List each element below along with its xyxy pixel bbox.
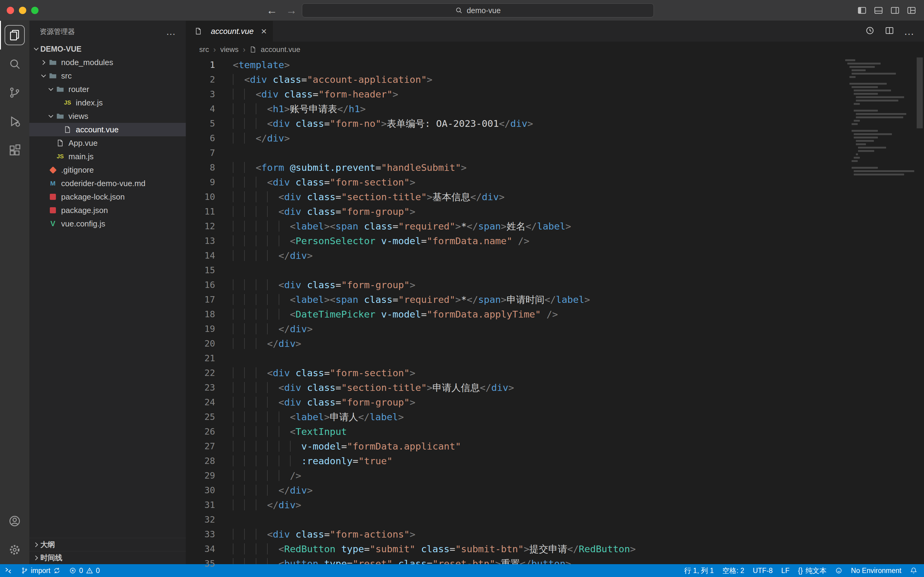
- indentation-status[interactable]: 空格: 2: [718, 564, 749, 577]
- notifications[interactable]: [906, 564, 922, 577]
- zoom-window-button[interactable]: [31, 7, 39, 14]
- tree-item[interactable]: account.vue: [29, 123, 186, 136]
- activity-run-debug[interactable]: [0, 107, 29, 136]
- line-number[interactable]: 23: [186, 380, 215, 395]
- code-line[interactable]: :readonly="true": [233, 453, 845, 468]
- breadcrumb-views[interactable]: views: [220, 45, 239, 54]
- line-number[interactable]: 10: [186, 190, 215, 204]
- close-window-button[interactable]: [7, 7, 14, 14]
- line-number[interactable]: 5: [186, 116, 215, 131]
- minimap[interactable]: [845, 58, 916, 564]
- code-line[interactable]: </div>: [233, 131, 845, 145]
- tree-item[interactable]: App.vue: [29, 136, 186, 150]
- line-number[interactable]: 4: [186, 102, 215, 116]
- code-line[interactable]: </div>: [233, 336, 845, 351]
- toggle-secondary-sidebar-icon[interactable]: [890, 5, 900, 16]
- language-mode[interactable]: {} 纯文本: [794, 564, 831, 577]
- activity-search[interactable]: [0, 50, 29, 78]
- code-line[interactable]: v-model="formData.applicant": [233, 439, 845, 453]
- minimize-window-button[interactable]: [19, 7, 26, 14]
- code-line[interactable]: <div class="form-no">表单编号: OA-2023-001</…: [233, 116, 845, 131]
- line-number[interactable]: 28: [186, 453, 215, 468]
- tab-account-vue[interactable]: account.vue ×: [186, 21, 273, 42]
- eol-status[interactable]: LF: [777, 564, 794, 577]
- sidebar-more-actions[interactable]: …: [166, 26, 177, 37]
- line-number[interactable]: 18: [186, 307, 215, 321]
- breadcrumb-src[interactable]: src: [199, 45, 209, 54]
- code-line[interactable]: <form @submit.prevent="handleSubmit">: [233, 160, 845, 175]
- line-number[interactable]: 6: [186, 131, 215, 145]
- line-number[interactable]: 17: [186, 292, 215, 307]
- line-number[interactable]: 7: [186, 145, 215, 160]
- activity-extensions[interactable]: [0, 136, 29, 164]
- line-number[interactable]: 34: [186, 542, 215, 556]
- code-line[interactable]: <div class="account-application">: [233, 72, 845, 87]
- tree-item[interactable]: Vvue.config.js: [29, 217, 186, 230]
- code-line[interactable]: <DateTimePicker v-model="formData.applyT…: [233, 307, 845, 321]
- encoding-status[interactable]: UTF-8: [749, 564, 777, 577]
- code-line[interactable]: <div class="form-group">: [233, 277, 845, 292]
- cursor-position[interactable]: 行 1, 列 1: [680, 564, 718, 577]
- code-line[interactable]: <div class="section-title">基本信息</div>: [233, 190, 845, 204]
- line-number[interactable]: 2: [186, 72, 215, 87]
- line-number[interactable]: 20: [186, 336, 215, 351]
- code-line[interactable]: </div>: [233, 498, 845, 512]
- code-line[interactable]: <label><span class="required">*</span>申请…: [233, 292, 845, 307]
- code-line[interactable]: <div class="form-group">: [233, 204, 845, 219]
- activity-explorer[interactable]: [0, 21, 29, 50]
- toggle-panel-icon[interactable]: [873, 5, 884, 16]
- code-line[interactable]: <div class="form-header">: [233, 87, 845, 102]
- code-line[interactable]: <div class="form-section">: [233, 175, 845, 190]
- command-center-search[interactable]: demo-vue: [302, 3, 654, 18]
- code-editor[interactable]: <template> <div class="account-applicati…: [218, 58, 845, 564]
- breadcrumb-account-vue[interactable]: account.vue: [261, 45, 300, 54]
- code-line[interactable]: <h1>账号申请表</h1>: [233, 102, 845, 116]
- code-line[interactable]: </div>: [233, 248, 845, 263]
- feedback[interactable]: [831, 564, 847, 577]
- code-line[interactable]: <div class="section-title">申请人信息</div>: [233, 380, 845, 395]
- activity-account[interactable]: [0, 507, 29, 535]
- code-line[interactable]: <div class="form-actions">: [233, 527, 845, 542]
- tree-item[interactable]: Mcoderider-demo-vue.md: [29, 177, 186, 190]
- tree-item[interactable]: router: [29, 82, 186, 96]
- line-number[interactable]: 3: [186, 87, 215, 102]
- line-number[interactable]: 9: [186, 175, 215, 190]
- back-button[interactable]: ←: [266, 4, 277, 17]
- line-number[interactable]: 1: [186, 58, 215, 72]
- code-line[interactable]: <label>申请人</label>: [233, 409, 845, 424]
- tree-item[interactable]: package-lock.json: [29, 190, 186, 203]
- tree-item[interactable]: views: [29, 110, 186, 123]
- code-line[interactable]: <button type="reset" class="reset-btn">重…: [233, 556, 845, 564]
- code-line[interactable]: [233, 263, 845, 277]
- remote-indicator[interactable]: [0, 564, 16, 577]
- line-number[interactable]: 15: [186, 263, 215, 277]
- code-line[interactable]: />: [233, 468, 845, 483]
- tree-root[interactable]: DEMO-VUE: [29, 42, 186, 56]
- code-line[interactable]: [233, 145, 845, 160]
- line-number[interactable]: 31: [186, 498, 215, 512]
- line-number[interactable]: 26: [186, 424, 215, 439]
- line-number[interactable]: 24: [186, 395, 215, 409]
- code-line[interactable]: </div>: [233, 321, 845, 336]
- line-number[interactable]: 21: [186, 351, 215, 366]
- close-tab-icon[interactable]: ×: [261, 26, 267, 36]
- editor-scrollbar[interactable]: [916, 58, 924, 564]
- tree-item[interactable]: JSindex.js: [29, 96, 186, 110]
- code-line[interactable]: <RedButton type="submit" class="submit-b…: [233, 542, 845, 556]
- line-number[interactable]: 29: [186, 468, 215, 483]
- customize-layout-icon[interactable]: [906, 5, 917, 16]
- split-editor-icon[interactable]: [884, 25, 895, 37]
- history-icon[interactable]: [865, 25, 875, 37]
- line-number[interactable]: 11: [186, 204, 215, 219]
- scrollbar-thumb[interactable]: [917, 58, 923, 128]
- line-number[interactable]: 8: [186, 160, 215, 175]
- forward-button[interactable]: →: [286, 4, 297, 17]
- code-line[interactable]: </div>: [233, 483, 845, 498]
- code-line[interactable]: <PersonSelector v-model="formData.name" …: [233, 234, 845, 248]
- line-number[interactable]: 14: [186, 248, 215, 263]
- line-number[interactable]: 22: [186, 366, 215, 380]
- timeline-section[interactable]: 时间线: [29, 551, 186, 564]
- line-number[interactable]: 16: [186, 277, 215, 292]
- activity-settings[interactable]: [0, 535, 29, 564]
- code-line[interactable]: [233, 512, 845, 527]
